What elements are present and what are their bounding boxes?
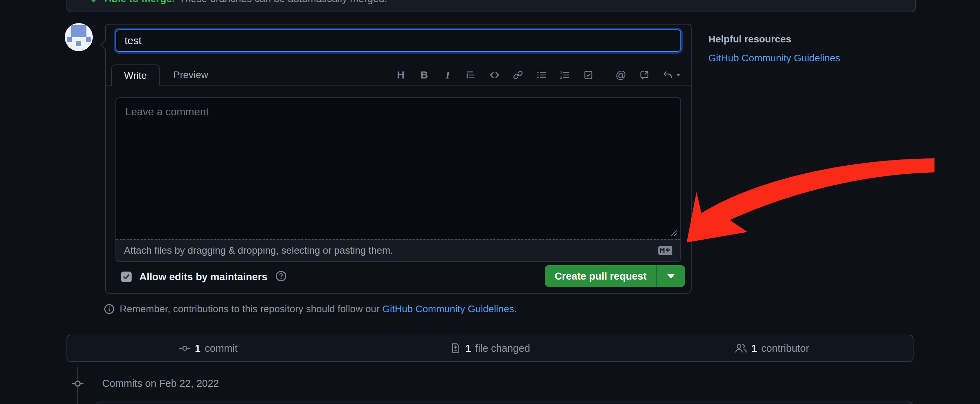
people-icon (735, 342, 747, 354)
guidelines-reminder: Remember, contributions to this reposito… (103, 301, 517, 317)
check-icon (90, 0, 100, 4)
allow-edits-label: Allow edits by maintainers (139, 271, 267, 283)
markdown-icon (658, 246, 673, 255)
bold-icon[interactable]: B (418, 69, 430, 81)
italic-icon[interactable]: I (442, 69, 453, 81)
editor-tab-bar: Write Preview H B I (106, 64, 691, 86)
chevron-down-icon (667, 274, 675, 279)
create-pull-request-button[interactable]: Create pull request (545, 265, 656, 287)
commits-date-heading: Commits on Feb 22, 2022 (102, 378, 219, 389)
reminder-text: Remember, contributions to this reposito… (120, 303, 382, 314)
svg-text:1: 1 (560, 70, 562, 75)
tab-write-label: Write (124, 70, 147, 81)
heading-icon[interactable]: H (395, 69, 406, 81)
task-list-icon[interactable] (583, 69, 594, 81)
pr-stats-bar: 1commit 1file changed 1contributor (67, 335, 913, 362)
unordered-list-icon[interactable] (536, 69, 547, 81)
avatar (65, 23, 93, 51)
community-guidelines-link[interactable]: GitHub Community Guidelines (382, 303, 514, 314)
create-pr-dropdown-button[interactable] (656, 265, 685, 287)
commit-list-box (95, 402, 913, 404)
reply-icon[interactable] (662, 69, 680, 81)
svg-text:2: 2 (560, 75, 562, 80)
allow-edits-row: Allow edits by maintainers (121, 269, 287, 284)
attach-files-bar[interactable]: Attach files by dragging & dropping, sel… (116, 239, 680, 261)
stat-contributors[interactable]: 1contributor (631, 342, 913, 354)
merge-status-text: Able to merge. (104, 0, 175, 5)
pull-request-form-card: Write Preview H B I (105, 24, 692, 294)
cross-reference-icon[interactable] (639, 69, 650, 81)
stat-files-changed[interactable]: 1file changed (349, 343, 631, 354)
commit-icon (68, 378, 87, 390)
allow-edits-checkbox[interactable] (121, 271, 132, 282)
resize-handle-icon[interactable] (669, 228, 678, 239)
code-icon[interactable] (489, 69, 500, 81)
tab-preview-label: Preview (173, 69, 208, 81)
pull-request-page: Able to merge. These branches can be aut… (0, 0, 980, 404)
create-pr-button-group: Create pull request (545, 265, 685, 287)
markdown-toolbar: H B I 12 (395, 64, 680, 86)
sidebar-guidelines-link[interactable]: GitHub Community Guidelines (708, 53, 840, 64)
file-diff-icon (450, 343, 461, 354)
help-icon[interactable] (275, 270, 287, 283)
comment-textarea[interactable] (116, 98, 680, 240)
tab-preview[interactable]: Preview (164, 64, 217, 86)
mention-icon[interactable]: @ (615, 69, 627, 81)
comment-editor: Attach files by dragging & dropping, sel… (116, 97, 681, 262)
merge-status-message: These branches can be automatically merg… (179, 0, 387, 5)
pr-title-input[interactable] (116, 29, 681, 52)
attach-hint: Attach files by dragging & dropping, sel… (124, 245, 393, 256)
tab-write[interactable]: Write (111, 64, 160, 86)
ordered-list-icon[interactable]: 12 (559, 69, 571, 81)
commit-icon (179, 342, 191, 354)
merge-status-banner: Able to merge. These branches can be aut… (67, 0, 916, 12)
helpful-resources-heading: Helpful resources (708, 34, 791, 45)
reminder-period: . (514, 303, 517, 314)
quote-icon[interactable] (466, 69, 477, 81)
link-icon[interactable] (512, 69, 523, 81)
info-icon (103, 303, 115, 315)
stat-commits[interactable]: 1commit (67, 342, 349, 354)
